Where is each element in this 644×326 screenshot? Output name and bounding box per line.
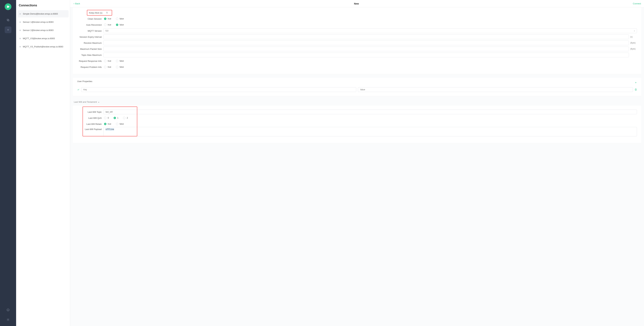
connection-label: MQTT_V3@broker.emqx.io:8083 <box>23 37 55 40</box>
connection-label: Sensor 2@broker.emqx.io:8083 <box>23 29 54 31</box>
connection-label: Sensor 1@broker.emqx.io:8083 <box>23 21 54 23</box>
max-packet-label: Maximum Packet Size <box>77 48 103 50</box>
advanced-panel: Keep Alive (s) Clean Session true false … <box>73 7 641 74</box>
mqtt-version-label: MQTT Version <box>77 30 103 32</box>
nav-rail <box>0 0 16 326</box>
connect-button[interactable]: Connect <box>633 2 641 5</box>
lwt-retain-label: Last-Will Retain <box>77 123 103 125</box>
req-problem-true[interactable]: true <box>104 66 111 68</box>
session-expiry-input[interactable] <box>103 34 629 39</box>
auto-reconnect-false[interactable]: false <box>116 24 124 26</box>
status-dot <box>20 30 21 31</box>
req-response-false[interactable]: false <box>116 60 124 62</box>
back-label: Back <box>75 2 80 5</box>
connections-sidebar: Connections Simple Demo@broker.emqx.io:8… <box>16 0 70 326</box>
keep-alive-highlight: Keep Alive (s) <box>87 10 112 15</box>
req-response-true[interactable]: true <box>104 60 111 62</box>
connection-item[interactable]: MQTT_V3_Publish@broker.emqx.io:8083 <box>18 43 69 50</box>
connection-label: Simple Demo@broker.emqx.io:8083 <box>23 12 58 15</box>
receive-max-input[interactable] <box>103 40 629 45</box>
mqtt-version-select[interactable]: 5.0 ▾ <box>103 28 637 33</box>
receive-max-label: Receive Maximum <box>77 42 103 44</box>
lwt-qos-label: Last-Will QoS <box>77 117 103 119</box>
status-dot <box>20 46 21 47</box>
topic-alias-input[interactable] <box>103 53 629 57</box>
connection-item[interactable]: Sensor 1@broker.emqx.io:8083 <box>18 18 69 26</box>
lwt-payload-input[interactable]: offline <box>103 127 637 136</box>
lwt-payload-label: Last-Will Payload <box>77 127 103 131</box>
gear-icon[interactable] <box>5 316 12 323</box>
lwt-panel: Last-Will Topic Last-Will QoS 0 1 2 Last… <box>73 106 641 143</box>
user-prop-key-input[interactable] <box>81 87 356 92</box>
receive-max-suffix: (Byte) <box>630 42 637 44</box>
user-prop-value-input[interactable] <box>358 87 633 92</box>
trash-icon[interactable] <box>634 88 637 91</box>
req-problem-label: Request Problem Info <box>77 66 103 68</box>
svg-point-7 <box>8 319 8 320</box>
keep-alive-label: Keep Alive (s) <box>89 11 104 14</box>
connection-item[interactable]: MQTT_V3@broker.emqx.io:8083 <box>18 35 69 42</box>
lwt-retain-true[interactable]: true <box>104 123 111 125</box>
clean-session-false[interactable]: false <box>116 17 124 20</box>
topbar: Back New Connect <box>70 0 644 7</box>
auto-reconnect-true[interactable]: true <box>104 24 111 26</box>
copy-icon[interactable] <box>5 17 12 23</box>
status-dot <box>20 38 21 39</box>
lwt-section-toggle[interactable]: Last Will and Testament ▴ <box>74 101 641 103</box>
page-title: New <box>80 2 633 5</box>
status-dot <box>20 13 21 14</box>
info-icon[interactable] <box>5 307 12 313</box>
user-properties-title: User Properties <box>77 80 92 83</box>
add-property-button[interactable] <box>634 81 637 84</box>
keep-alive-input[interactable] <box>104 11 112 14</box>
status-dot <box>20 21 21 23</box>
connection-label: MQTT_V3_Publish@broker.emqx.io:8083 <box>23 45 63 48</box>
lwt-qos-0[interactable]: 0 <box>104 117 109 119</box>
lwt-section-title: Last Will and Testament <box>74 101 97 103</box>
clean-session-true[interactable]: true <box>104 17 111 20</box>
clean-session-label: Clean Session <box>77 17 103 20</box>
chevron-down-icon: ▾ <box>634 30 635 32</box>
lwt-qos-1[interactable]: 1 <box>114 117 118 119</box>
lwt-topic-label: Last-Will Topic <box>77 111 103 113</box>
check-icon <box>77 88 80 91</box>
lwt-retain-false[interactable]: false <box>116 123 124 125</box>
connection-item[interactable]: Sensor 2@broker.emqx.io:8083 <box>18 27 69 34</box>
req-problem-false[interactable]: false <box>116 66 124 68</box>
session-expiry-label: Session Expiry Interval <box>77 36 103 38</box>
auto-reconnect-label: Auto Reconnect <box>77 24 103 26</box>
connection-item[interactable]: Simple Demo@broker.emqx.io:8083 <box>18 10 69 17</box>
back-button[interactable]: Back <box>73 2 80 5</box>
session-expiry-suffix: (s) <box>630 36 637 38</box>
main-area: Back New Connect Keep Alive (s) Clean Se… <box>70 0 644 326</box>
user-properties-panel: User Properties <box>73 78 641 96</box>
add-connection-button[interactable] <box>5 26 12 33</box>
app-logo <box>5 3 12 10</box>
lwt-topic-input[interactable] <box>103 110 637 114</box>
topic-alias-label: Topic Alias Maximum <box>77 54 103 56</box>
caret-up-icon: ▴ <box>98 101 99 103</box>
req-response-label: Request Response Info <box>77 60 103 62</box>
max-packet-suffix: (Byte) <box>630 48 637 50</box>
max-packet-input[interactable] <box>103 47 629 51</box>
sidebar-title: Connections <box>18 2 69 10</box>
lwt-qos-2[interactable]: 2 <box>123 117 128 119</box>
